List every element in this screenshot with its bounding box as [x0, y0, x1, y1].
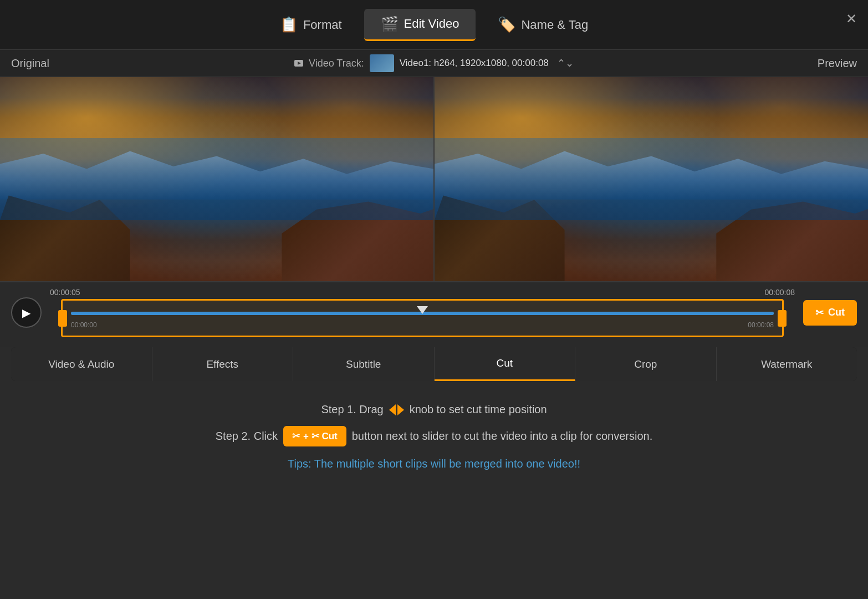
- play-icon: ▶: [22, 306, 30, 319]
- inline-cut-icon: ✂: [292, 430, 300, 442]
- tab-watermark[interactable]: Watermark: [717, 347, 857, 381]
- preview-video-frame: [435, 77, 868, 281]
- tips-text: Tips: The multiple short clips will be m…: [11, 458, 857, 470]
- inline-cut-label: + ✂ Cut: [303, 430, 338, 442]
- video-track-icon: [293, 58, 304, 69]
- tab-crop[interactable]: Crop: [575, 347, 717, 381]
- tab-video-audio[interactable]: Video & Audio: [11, 347, 152, 381]
- video-preview-area: [0, 77, 868, 282]
- rock-left-1: [0, 195, 130, 281]
- tab-format[interactable]: 📋 Format: [263, 9, 359, 40]
- format-icon: 📋: [280, 16, 298, 33]
- name-tag-label: Name & Tag: [521, 18, 588, 32]
- track-info: Video1: h264, 1920x1080, 00:00:08: [400, 58, 549, 69]
- tab-effects[interactable]: Effects: [152, 347, 294, 381]
- track-dropdown-arrow[interactable]: ⌃⌄: [557, 57, 574, 69]
- tab-name-tag[interactable]: 🏷️ Name & Tag: [481, 9, 605, 40]
- rocks-right: [435, 159, 868, 281]
- bottom-end-time: 00:00:08: [748, 321, 774, 329]
- step1-suffix: knob to set cut time position: [410, 403, 547, 416]
- close-button[interactable]: ✕: [846, 11, 857, 27]
- tab-edit-video[interactable]: 🎬 Edit Video: [364, 9, 476, 41]
- end-time: 00:00:08: [765, 288, 795, 297]
- preview-label: Preview: [818, 57, 857, 70]
- play-button[interactable]: ▶: [11, 297, 42, 328]
- rock-right-1: [435, 195, 565, 281]
- original-video-panel: [0, 77, 433, 281]
- original-label: Original: [11, 57, 49, 70]
- timeline-area: ▶ 00:00:05 00:00:08 00:00:0: [0, 282, 868, 347]
- format-label: Format: [303, 18, 342, 32]
- rock-right-2: [716, 201, 868, 281]
- inline-cut-button[interactable]: ✂ + ✂ Cut: [283, 426, 346, 446]
- tab-cut[interactable]: Cut: [435, 347, 576, 381]
- step2-prefix: Step 2. Click: [216, 430, 278, 443]
- rocks-left: [0, 159, 433, 281]
- instructions-area: Step 1. Drag knob to set cut time positi…: [0, 381, 868, 481]
- edit-tabs-container: Video & Audio Effects Subtitle Cut Crop …: [0, 347, 868, 381]
- waves-right: [435, 149, 868, 200]
- track-label-text: Video Track:: [293, 58, 364, 69]
- edit-video-icon: 🎬: [381, 16, 399, 33]
- waves-left: [0, 149, 433, 200]
- left-handle[interactable]: [58, 310, 67, 327]
- timeline-row: ▶ 00:00:05 00:00:08 00:00:0: [11, 288, 857, 337]
- timeline-selection[interactable]: 00:00:00 00:00:08: [61, 299, 784, 337]
- name-tag-icon: 🏷️: [498, 16, 515, 33]
- track-area: [71, 307, 774, 319]
- knob-right-icon: [397, 404, 404, 415]
- cut-icon: ✂: [815, 307, 824, 319]
- timeline-wrapper: 00:00:05 00:00:08 00:00:00 00:00:08: [50, 288, 795, 337]
- tab-bar: 📋 Format 🎬 Edit Video 🏷️ Name & Tag: [263, 9, 605, 41]
- step2-text: Step 2. Click ✂ + ✂ Cut button next to s…: [11, 426, 857, 446]
- cut-button-label: Cut: [828, 307, 845, 318]
- right-handle[interactable]: [778, 310, 787, 327]
- edit-tabs: Video & Audio Effects Subtitle Cut Crop …: [11, 347, 857, 381]
- step2-suffix: button next to slider to cut the video i…: [352, 430, 653, 443]
- playhead[interactable]: [417, 306, 428, 314]
- edit-video-label: Edit Video: [404, 17, 459, 31]
- preview-video-panel: [433, 77, 868, 281]
- track-thumbnail: [370, 54, 394, 72]
- start-time: 00:00:05: [50, 288, 80, 297]
- knob-left-icon: [389, 404, 396, 415]
- video-track-bar: Original Video Track: Video1: h264, 1920…: [0, 50, 868, 77]
- tab-subtitle[interactable]: Subtitle: [293, 347, 435, 381]
- step1-text: Step 1. Drag knob to set cut time positi…: [11, 403, 857, 416]
- bottom-start-time: 00:00:00: [71, 321, 97, 329]
- time-labels-bottom: 00:00:00 00:00:08: [71, 321, 774, 329]
- cut-button[interactable]: ✂ Cut: [803, 300, 857, 326]
- time-labels-top: 00:00:05 00:00:08: [50, 288, 795, 297]
- rock-left-2: [282, 201, 433, 281]
- step1-label: Step 1. Drag: [321, 403, 383, 416]
- original-video-frame: [0, 77, 433, 281]
- title-bar: 📋 Format 🎬 Edit Video 🏷️ Name & Tag ✕: [0, 0, 868, 50]
- knob-icons: [389, 404, 404, 415]
